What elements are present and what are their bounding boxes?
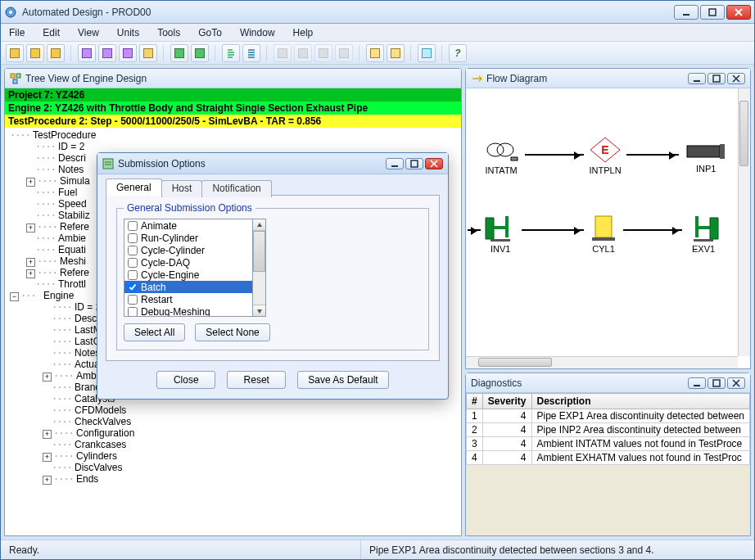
tree-node[interactable]: CheckValves (75, 416, 131, 427)
tree-expander[interactable]: + (43, 453, 52, 462)
toolbar-btn-4[interactable] (78, 44, 96, 62)
tree-node[interactable]: Ends (76, 473, 98, 485)
tree-node[interactable]: Refere (60, 221, 89, 233)
flow-scroll-horizontal[interactable] (466, 356, 738, 368)
toolbar-btn-1[interactable] (6, 44, 24, 62)
save-as-default-button[interactable]: Save As Default (297, 371, 388, 389)
flow-maximize-button[interactable] (708, 73, 726, 84)
toolbar-btn-7[interactable] (139, 44, 157, 62)
toolbar-btn-8[interactable] (170, 44, 188, 62)
option-checkbox[interactable] (128, 221, 138, 231)
select-none-button[interactable]: Select None (195, 323, 269, 341)
scroll-up-button[interactable] (253, 219, 265, 231)
option-batch[interactable]: Batch (124, 281, 252, 293)
option-debug-meshing[interactable]: Debug-Meshing (124, 305, 252, 317)
tree-node[interactable]: Simula (60, 175, 90, 187)
toolbar-btn-17[interactable] (387, 44, 405, 62)
tree-node-engine[interactable]: Engine (43, 290, 74, 301)
diag-minimize-button[interactable] (688, 377, 706, 389)
col-severity[interactable]: Severity (482, 394, 531, 409)
flow-node-intpln[interactable]: E INTPLN (587, 136, 623, 175)
diag-row[interactable]: 24Pipe INP2 Area discontinuity detected … (467, 423, 750, 437)
toolbar-btn-15[interactable] (335, 44, 353, 62)
tree-row-engine[interactable]: Engine 2: YZ426 with Throttle Body and S… (5, 102, 461, 115)
toolbar-btn-6[interactable] (119, 44, 137, 62)
flow-node-inp1[interactable]: INP1 (685, 141, 726, 174)
menu-units[interactable]: Units (114, 25, 142, 40)
diagnostics-grid[interactable]: # Severity Description 14Pipe EXP1 Area … (466, 393, 750, 535)
window-close-button[interactable] (726, 5, 751, 20)
flow-node-exv1[interactable]: EXV1 (687, 215, 720, 254)
tab-notification[interactable]: Notification (201, 180, 271, 197)
tree-expander[interactable]: + (43, 476, 52, 485)
dialog-maximize-button[interactable] (405, 158, 423, 169)
option-checkbox[interactable] (128, 270, 138, 280)
tree-expander[interactable]: + (26, 224, 35, 233)
option-checkbox[interactable] (128, 295, 138, 305)
flow-node-intatm[interactable]: INTATM (484, 139, 518, 175)
toolbar-btn-13[interactable] (294, 44, 312, 62)
toolbar-btn-18[interactable] (418, 44, 436, 62)
tree-node[interactable]: DiscValves (75, 462, 122, 473)
menu-view[interactable]: View (75, 25, 102, 40)
option-checkbox[interactable] (128, 258, 138, 268)
menu-tools[interactable]: Tools (154, 25, 183, 40)
flow-node-inv1[interactable]: INV1 (484, 215, 517, 254)
option-checkbox[interactable] (128, 307, 138, 317)
tree-node[interactable]: Descri (58, 152, 86, 164)
toolbar-btn-16[interactable] (366, 44, 384, 62)
toolbar-btn-10[interactable] (222, 44, 240, 62)
tree-expander[interactable]: + (26, 258, 35, 267)
col-description[interactable]: Description (531, 394, 750, 409)
window-maximize-button[interactable] (700, 5, 725, 20)
tree-row-project[interactable]: Project 7: YZ426 (5, 88, 461, 102)
window-minimize-button[interactable] (674, 5, 698, 20)
tab-general[interactable]: General (106, 178, 162, 196)
toolbar-btn-9[interactable] (191, 44, 209, 62)
scroll-down-button[interactable] (253, 305, 265, 316)
tree-expander-engine[interactable]: − (10, 292, 19, 301)
tree-expander[interactable]: + (43, 430, 52, 439)
options-listbox[interactable]: AnimateRun-CylinderCycle-CylinderCycle-D… (124, 219, 253, 317)
diag-maximize-button[interactable] (708, 377, 726, 389)
menu-edit[interactable]: Edit (39, 25, 63, 40)
tree-expander[interactable]: + (26, 269, 35, 278)
toolbar-help-button[interactable]: ? (449, 44, 467, 62)
dialog-close-button[interactable] (425, 158, 443, 169)
dialog-minimize-button[interactable] (386, 158, 404, 169)
reset-button[interactable]: Reset (227, 371, 286, 389)
tree-node[interactable]: Refere (60, 267, 89, 278)
flow-diagram-canvas[interactable]: INTATM E INTPLN INP1 (466, 88, 750, 368)
tree-node[interactable]: Cylinders (76, 450, 117, 462)
tree-node-root[interactable]: TestProcedure (33, 129, 96, 141)
flow-minimize-button[interactable] (688, 73, 706, 84)
select-all-button[interactable]: Select All (124, 323, 185, 341)
tree-node[interactable]: CFDModels (75, 404, 126, 416)
menu-help[interactable]: Help (290, 25, 317, 40)
option-cycle-daq[interactable]: Cycle-DAQ (124, 256, 252, 269)
diag-close-button[interactable] (727, 377, 745, 389)
tree-row-test[interactable]: TestProcedure 2: Step - 5000/11000/250/5… (5, 115, 461, 128)
tab-host[interactable]: Host (161, 180, 203, 197)
menu-goto[interactable]: GoTo (195, 25, 225, 40)
tree-node[interactable]: ID = 2 (58, 141, 84, 152)
toolbar-btn-14[interactable] (314, 44, 332, 62)
diag-row[interactable]: 44Ambient EXHATM values not found in Tes… (467, 451, 750, 465)
tree-node[interactable]: Equati (58, 244, 86, 255)
option-checkbox[interactable] (128, 282, 138, 292)
option-restart[interactable]: Restart (124, 293, 252, 305)
tree-node[interactable]: Configuration (76, 427, 134, 439)
option-checkbox[interactable] (128, 233, 138, 243)
flow-node-cyl1[interactable]: CYL1 (589, 213, 618, 254)
option-animate[interactable]: Animate (124, 219, 252, 232)
tree-expander[interactable]: + (26, 178, 35, 187)
toolbar-btn-3[interactable] (47, 44, 65, 62)
option-cycle-engine[interactable]: Cycle-Engine (124, 269, 252, 281)
diag-row[interactable]: 34Ambient INTATM values not found in Tes… (467, 437, 750, 451)
toolbar-btn-2[interactable] (26, 44, 44, 62)
flow-close-button[interactable] (727, 73, 745, 84)
tree-node[interactable]: Fuel (58, 187, 77, 198)
close-button[interactable]: Close (156, 371, 215, 389)
menu-file[interactable]: File (6, 25, 28, 40)
scroll-thumb[interactable] (253, 231, 265, 272)
